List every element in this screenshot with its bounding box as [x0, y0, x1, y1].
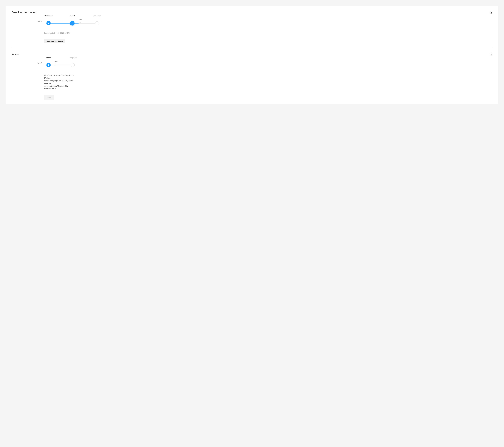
progress-tick-icon — [79, 22, 81, 23]
progress-stepper: Download Import Completed 26% — [44, 18, 100, 28]
last-imported-value: 2019-03-20 17:14:14 — [55, 32, 71, 34]
step-label-completed: Completed — [69, 57, 77, 59]
section-title: Download and Import — [12, 11, 36, 14]
last-imported-label: Last Imported: — [44, 32, 55, 34]
step-label-completed: Completed — [93, 15, 101, 17]
step-label-import: Import — [46, 57, 51, 59]
progress-percent: 26% — [79, 19, 82, 20]
track-complete-segment1 — [49, 23, 72, 23]
step-node-import — [46, 63, 51, 67]
progress-stepper: Import Completed 26% — [44, 60, 76, 70]
progress-tick-icon — [55, 64, 57, 65]
file-item: var/amasty/geoip/GeoLite2-City-Blocks-IP… — [44, 79, 76, 85]
scope-label: [global] — [12, 18, 44, 22]
import-button[interactable]: Import — [44, 95, 54, 100]
file-item: var/amasty/geoip/GeoLite2-City-Locations… — [44, 85, 76, 90]
scope-label: [global] — [12, 60, 44, 64]
step-node-completed — [95, 21, 99, 25]
collapse-button[interactable] — [490, 11, 492, 14]
step-label-import: Import — [70, 15, 75, 17]
step-node-completed — [71, 63, 75, 67]
section-title: Import — [12, 53, 19, 55]
download-import-button[interactable]: Download and Import — [44, 39, 65, 43]
collapse-button[interactable] — [490, 53, 492, 55]
progress-percent: 26% — [54, 61, 57, 62]
download-import-section: Download and Import [global] Download Im… — [6, 6, 498, 48]
chevron-up-icon — [491, 54, 492, 55]
import-section: Import [global] Import Completed 26% — [12, 48, 492, 104]
file-list: var/amasty/geoip/GeoLite2-City-Blocks-IP… — [44, 74, 76, 90]
file-item: var/amasty/geoip/GeoLite2-City-Blocks-IP… — [44, 74, 76, 79]
step-node-download — [46, 21, 51, 25]
last-imported: Last Imported: 2019-03-20 17:14:14 — [44, 32, 492, 34]
step-node-import — [70, 21, 74, 26]
check-icon — [71, 22, 73, 24]
settings-panel: Download and Import [global] Download Im… — [6, 6, 498, 104]
chevron-up-icon — [491, 12, 492, 13]
step-label-download: Download — [45, 15, 53, 17]
